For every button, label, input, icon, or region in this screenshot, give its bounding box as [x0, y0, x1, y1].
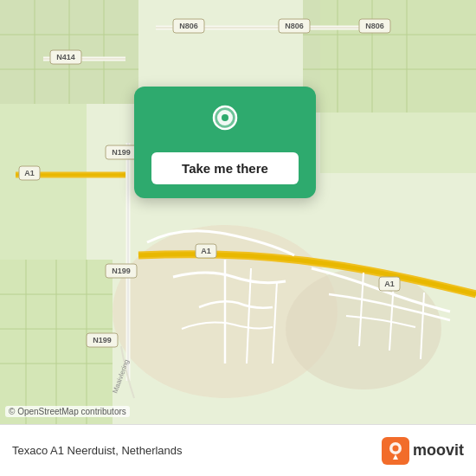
svg-rect-2	[0, 104, 87, 260]
location-popup: Take me there	[134, 87, 316, 198]
moovit-logo-icon	[382, 437, 409, 465]
location-pin-icon	[206, 102, 244, 140]
location-label: Texaco A1 Neerduist, Netherlands	[12, 444, 382, 457]
moovit-logo-text: moovit	[413, 441, 464, 460]
svg-text:A1: A1	[384, 280, 395, 288]
svg-text:A1: A1	[201, 247, 211, 255]
moovit-logo: moovit	[382, 437, 464, 465]
svg-text:N199: N199	[112, 267, 131, 275]
map-view: N806 N806 N806 N414 A1 N199 N199 N199 A1…	[0, 0, 476, 424]
map-attribution: © OpenStreetMap contributors	[5, 406, 130, 417]
map-svg: N806 N806 N806 N414 A1 N199 N199 N199 A1…	[0, 0, 476, 424]
bottom-bar: Texaco A1 Neerduist, Netherlands moovit	[0, 424, 476, 476]
svg-point-58	[222, 114, 228, 121]
svg-text:N199: N199	[112, 148, 131, 157]
take-me-there-button[interactable]: Take me there	[151, 152, 299, 184]
svg-text:N414: N414	[56, 53, 75, 61]
svg-point-62	[392, 445, 398, 451]
svg-text:N806: N806	[285, 22, 304, 30]
svg-text:A1: A1	[24, 169, 35, 177]
svg-text:N199: N199	[93, 336, 112, 344]
svg-text:N806: N806	[179, 22, 198, 30]
svg-text:N806: N806	[365, 22, 384, 30]
